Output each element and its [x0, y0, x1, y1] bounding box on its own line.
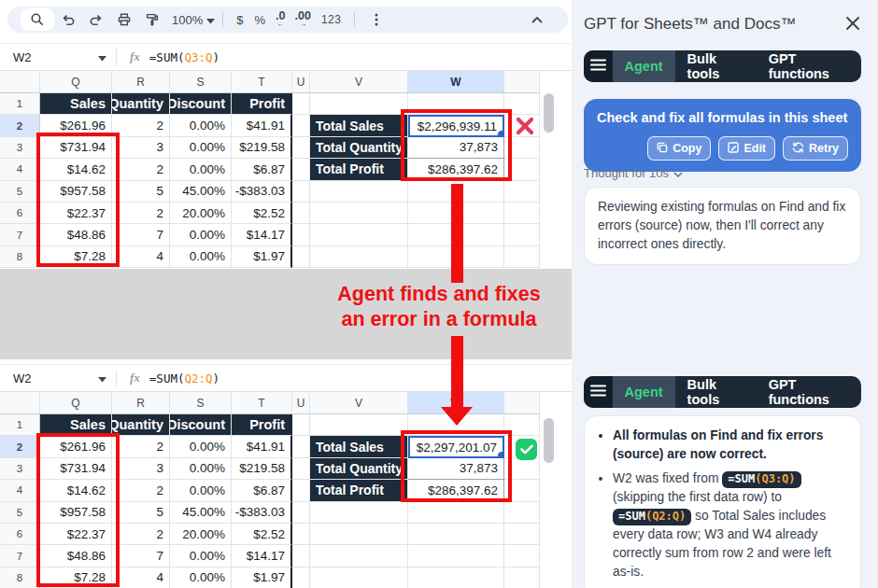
cell[interactable] [292, 480, 310, 501]
select-all-corner[interactable] [0, 392, 40, 414]
row-header-1[interactable]: 1 [0, 93, 40, 115]
cell[interactable]: 0.00% [170, 436, 232, 457]
cell[interactable]: 3 [112, 137, 170, 159]
cell[interactable]: $2.52 [232, 524, 292, 545]
cell[interactable] [310, 246, 408, 268]
cell[interactable] [310, 414, 408, 436]
cell[interactable] [310, 93, 408, 115]
tab-agent[interactable]: Agent [613, 376, 675, 408]
row-header-4[interactable]: 4 [0, 159, 40, 180]
cell[interactable] [292, 524, 310, 545]
cell[interactable] [292, 137, 310, 159]
cell[interactable] [504, 181, 540, 203]
total-label-cell[interactable]: Total Quantity [310, 458, 408, 480]
cell[interactable] [292, 246, 310, 268]
cell[interactable] [504, 246, 540, 268]
cell[interactable]: 0.00% [170, 480, 232, 501]
edit-button[interactable]: Edit [718, 136, 775, 161]
formula-input-bottom[interactable]: =SUM(Q2:Q) [149, 371, 220, 385]
total-label-cell[interactable]: Total Profit [310, 480, 408, 501]
cell[interactable] [292, 567, 310, 588]
cell[interactable]: 0.00% [170, 137, 232, 159]
cell[interactable]: 0.00% [170, 246, 232, 268]
cell[interactable] [310, 502, 408, 524]
cell[interactable] [408, 545, 504, 567]
cell[interactable]: 20.00% [170, 524, 232, 545]
total-label-cell[interactable]: Total Sales [310, 115, 408, 136]
format-percent-button[interactable]: % [248, 13, 271, 27]
row-header-1[interactable]: 1 [0, 414, 40, 436]
cell[interactable] [504, 524, 540, 545]
scrollbar-thumb[interactable] [544, 418, 554, 463]
select-all-corner[interactable] [0, 71, 40, 93]
column-header-U[interactable]: U [292, 392, 310, 414]
column-header-W[interactable]: W [408, 71, 504, 93]
cell[interactable] [292, 181, 310, 203]
table-header-cell[interactable]: Discount [170, 93, 232, 115]
cell[interactable]: 45.00% [170, 181, 232, 203]
cell[interactable]: $14.17 [232, 545, 292, 567]
search-button[interactable] [21, 8, 54, 31]
increase-decimals-button[interactable]: .00→ [290, 12, 315, 28]
decrease-decimals-button[interactable]: .0← [271, 12, 290, 28]
cell[interactable] [310, 224, 408, 245]
cell[interactable]: $1.97 [232, 246, 292, 268]
cell[interactable]: -$383.03 [232, 502, 292, 524]
thought-toggle[interactable]: Thought for 10s [584, 166, 683, 180]
cell[interactable] [292, 159, 310, 180]
cell[interactable] [292, 436, 310, 457]
redo-button[interactable] [82, 7, 110, 32]
row-header-4[interactable]: 4 [0, 480, 40, 501]
number-format-button[interactable]: 123 [316, 13, 347, 26]
cell[interactable]: $6.87 [232, 159, 292, 180]
name-box[interactable]: W2 [0, 371, 116, 385]
row-header-5[interactable]: 5 [0, 502, 40, 524]
cell[interactable]: $14.17 [232, 224, 292, 245]
cell[interactable]: 45.00% [170, 502, 232, 524]
cell[interactable]: 7 [112, 224, 170, 245]
menu-button[interactable] [584, 376, 613, 408]
row-header-6[interactable]: 6 [0, 524, 40, 545]
menu-button[interactable] [584, 50, 613, 82]
table-header-cell[interactable]: Discount [170, 414, 232, 436]
tab-agent[interactable]: Agent [613, 50, 675, 82]
cell[interactable] [504, 502, 540, 524]
cell[interactable]: 7 [112, 545, 170, 567]
cell[interactable] [292, 458, 310, 480]
column-header-Q[interactable]: Q [40, 392, 112, 414]
table-header-cell[interactable]: Profit [232, 414, 292, 436]
cell[interactable] [292, 545, 310, 567]
copy-button[interactable]: Copy [647, 136, 711, 161]
cell[interactable] [504, 224, 540, 245]
cell[interactable]: 3 [112, 458, 170, 480]
cell[interactable] [292, 502, 310, 524]
row-header-5[interactable]: 5 [0, 181, 40, 203]
cell[interactable]: -$383.03 [232, 181, 292, 203]
table-header-cell[interactable]: Quantity [112, 93, 170, 115]
cell[interactable]: 2 [112, 524, 170, 545]
cell[interactable]: 2 [112, 436, 170, 457]
cell[interactable] [310, 203, 408, 224]
cell[interactable]: 2 [112, 480, 170, 501]
cell[interactable]: 2 [112, 203, 170, 224]
cell[interactable]: 0.00% [170, 224, 232, 245]
row-header-3[interactable]: 3 [0, 458, 40, 480]
cell[interactable] [310, 181, 408, 203]
cell[interactable] [504, 545, 540, 567]
column-header-blank[interactable] [504, 392, 540, 414]
cell[interactable] [292, 93, 310, 115]
column-header-blank[interactable] [504, 71, 540, 93]
column-header-V[interactable]: V [310, 392, 408, 414]
scrollbar-thumb[interactable] [544, 93, 554, 133]
column-header-S[interactable]: S [170, 392, 232, 414]
print-button[interactable] [110, 7, 138, 32]
formula-input-top[interactable]: =SUM(Q3:Q) [149, 50, 220, 64]
column-header-S[interactable]: S [170, 71, 232, 93]
column-header-T[interactable]: T [232, 392, 292, 414]
row-header-8[interactable]: 8 [0, 567, 40, 588]
cell[interactable]: 4 [112, 246, 170, 268]
cell[interactable] [408, 502, 504, 524]
cell[interactable] [292, 115, 310, 136]
cell[interactable]: $41.91 [232, 436, 292, 457]
row-header-3[interactable]: 3 [0, 137, 40, 159]
